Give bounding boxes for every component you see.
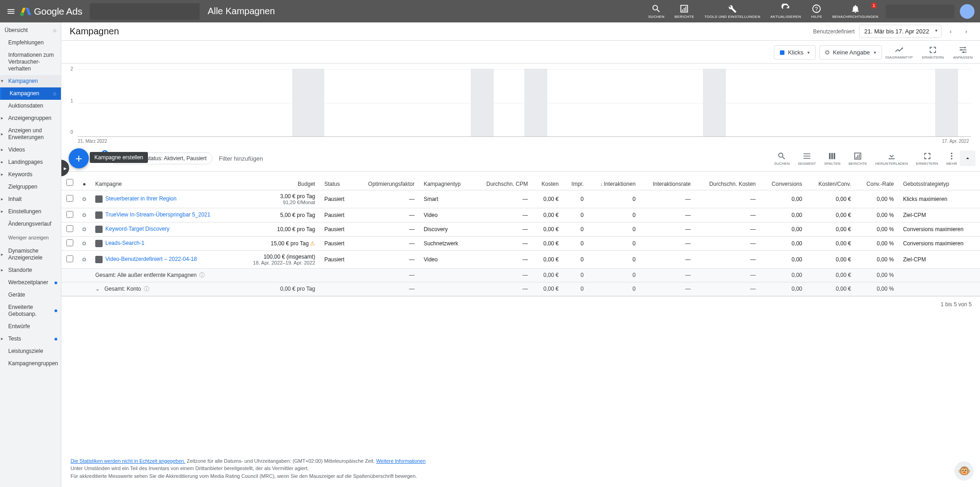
col-cpm[interactable]: Durchschn. CPM [473, 172, 533, 190]
col-inter[interactable]: ↓Interaktionen [588, 172, 640, 190]
table-row[interactable]: Leads-Search-1 15,00 € pro Tag⚠ Pausiert… [61, 236, 980, 250]
info-icon[interactable]: ⓘ [144, 286, 149, 292]
sidebar-item-ads-ext[interactable]: ▸Anzeigen und Erweiterungen [0, 124, 61, 144]
table-reports-button[interactable]: BERICHTE [849, 152, 867, 166]
sidebar-item-devices[interactable]: Geräte [0, 289, 61, 301]
sidebar-item-videos[interactable]: ▸Videos [0, 144, 61, 156]
col-type[interactable]: Kampagnentyp [419, 172, 473, 190]
sidebar-item-settings[interactable]: ▸Einstellungen [0, 206, 61, 218]
tools-button[interactable]: TOOLS UND EINSTELLUNGEN [704, 4, 760, 19]
cell-budget[interactable]: 15,00 € pro Tag⚠ [236, 236, 320, 250]
cell-cost-conv: 0,00 € [807, 250, 856, 268]
sidebar-item-dynamic[interactable]: ▸Dynamische Anzeigenziele [0, 245, 61, 264]
row-checkbox[interactable] [66, 211, 73, 218]
expand-total-icon[interactable]: ⌄ [95, 286, 100, 292]
campaign-link[interactable]: Keyword-Target Discovery [105, 226, 169, 232]
sidebar-item-recommendations[interactable]: Empfehlungen [0, 37, 61, 49]
campaign-link[interactable]: Leads-Search-1 [105, 240, 144, 246]
cell-budget[interactable]: 3,00 € pro Tag91,20 €/Monat [236, 190, 320, 208]
sidebar-item-keywords[interactable]: ▸Keywords [0, 168, 61, 181]
table-row[interactable]: Video-Benutzerdefiniert – 2022-04-18 100… [61, 250, 980, 268]
sidebar-item-drafts[interactable]: Entwürfe [0, 320, 61, 333]
help-button[interactable]: ? HILFE [811, 4, 822, 19]
more-button[interactable]: MEHR [946, 152, 957, 166]
sidebar-item-landing[interactable]: ▸Landingpages [0, 156, 61, 168]
create-campaign-fab[interactable]: + [69, 148, 89, 168]
footer-stats-link[interactable]: Die Statistiken werden nicht in Echtzeit… [71, 458, 185, 464]
sidebar-item-changes[interactable]: Änderungsverlauf [0, 218, 61, 230]
cell-conv-rate: 0,00 % [855, 208, 898, 222]
footer-more-link[interactable]: Weitere Informationen [376, 458, 425, 464]
account-selector[interactable] [90, 3, 200, 20]
metric-2-selector[interactable]: Keine Angabe▾ [819, 45, 882, 60]
campaign-link[interactable]: TrueView In-Stream-Überspringbar 5_2021 [105, 211, 210, 218]
reports-button[interactable]: BERICHTE [675, 4, 694, 19]
info-icon[interactable]: ⓘ [199, 272, 205, 278]
sidebar-item-bid-adj[interactable]: Erweiterte Gebotsanp. [0, 301, 61, 320]
sidebar-item-camp-groups[interactable]: Kampagnengruppen [0, 357, 61, 370]
row-checkbox[interactable] [66, 225, 73, 232]
table-expand-button[interactable]: ERWEITERN [916, 152, 938, 166]
collapse-chart-button[interactable] [960, 151, 975, 166]
adjust-button[interactable]: ANPASSEN [953, 45, 973, 60]
cell-budget[interactable]: 10,00 € pro Tag [236, 222, 320, 236]
campaign-link[interactable]: Video-Benutzerdefiniert – 2022-04-18 [105, 256, 197, 262]
account-info-box[interactable] [886, 5, 954, 18]
sidebar-item-perf-targets[interactable]: Leistungsziele [0, 345, 61, 357]
chart-type-button[interactable]: DIAGRAMMTYP [886, 45, 913, 60]
columns-button[interactable]: SPALTEN [824, 152, 840, 166]
date-range-picker[interactable]: 21. Mär bis 17. Apr 2022 [859, 25, 942, 38]
table-row[interactable]: Steuerberater in Ihrer Region 3,00 € pro… [61, 190, 980, 208]
refresh-button[interactable]: AKTUALISIEREN [770, 4, 801, 19]
select-all-checkbox[interactable] [66, 179, 73, 186]
metric-1-selector[interactable]: Klicks▾ [774, 45, 816, 60]
expand-button[interactable]: ERWEITERN [922, 45, 944, 60]
col-bid-strat[interactable]: Gebotsstrategietyp [898, 172, 980, 190]
avatar[interactable] [960, 4, 975, 19]
sidebar-item-auction[interactable]: Auktionsdaten [0, 100, 61, 112]
logo[interactable]: Google Ads [20, 6, 82, 17]
sidebar-item-locations[interactable]: ▸Standorte [0, 264, 61, 276]
col-cost-avg[interactable]: Durchschn. Kosten [695, 172, 760, 190]
table-search-button[interactable]: SUCHEN [774, 152, 789, 166]
sidebar-item-audiences[interactable]: Zielgruppen [0, 181, 61, 193]
col-conv[interactable]: Conversions [760, 172, 807, 190]
col-status[interactable]: Status [320, 172, 354, 190]
add-filter-input[interactable]: Filter hinzufügen [219, 155, 263, 162]
date-prev-button[interactable]: ‹ [944, 25, 957, 38]
sidebar-item-campaigns-sub[interactable]: Kampagnen⌂ [0, 87, 61, 100]
col-cost[interactable]: Kosten [533, 172, 563, 190]
col-cost-conv[interactable]: Kosten/Conv. [807, 172, 856, 190]
row-checkbox[interactable] [66, 239, 73, 246]
row-checkbox[interactable] [66, 255, 73, 262]
col-opt[interactable]: Optimierungsfaktor [354, 172, 419, 190]
cell-budget[interactable]: 5,00 € pro Tag [236, 208, 320, 222]
chevron-right-icon: ▸ [1, 267, 3, 273]
notifications-button[interactable]: 1 BENACHRICHTIGUNGEN [832, 4, 878, 19]
sidebar-item-adgroups[interactable]: ▸Anzeigengruppen [0, 112, 61, 124]
date-next-button[interactable]: › [960, 25, 973, 38]
segment-button[interactable]: SEGMENT [798, 152, 816, 166]
sidebar-show-less[interactable]: Weniger anzeigen [0, 230, 61, 245]
sidebar-item-campaigns[interactable]: ▾Kampagnen [0, 75, 61, 87]
col-impr[interactable]: Impr. [563, 172, 588, 190]
status-dot-header[interactable]: ● [78, 172, 91, 190]
download-button[interactable]: HERUNTERLADEN [875, 152, 908, 166]
sidebar-item-consumer-info[interactable]: Informationen zum Verbraucher-verhalten [0, 49, 61, 75]
row-checkbox[interactable] [66, 195, 73, 202]
sidebar-item-adschedule[interactable]: Werbezeitplaner [0, 276, 61, 289]
col-budget[interactable]: Budget [236, 172, 320, 190]
col-conv-rate[interactable]: Conv.-Rate [855, 172, 898, 190]
campaign-link[interactable]: Steuerberater in Ihrer Region [105, 195, 176, 202]
col-inter-rate[interactable]: Interaktionsrate [640, 172, 695, 190]
chart-plot[interactable] [78, 69, 971, 137]
cell-budget[interactable]: 100,00 € (insgesamt)18. Apr. 2022–19. Ap… [236, 250, 320, 268]
sidebar-item-tests[interactable]: ▸Tests [0, 333, 61, 345]
col-campaign[interactable]: Kampagne [91, 172, 236, 190]
sidebar-item-overview[interactable]: Übersicht⌂ [0, 24, 61, 37]
menu-icon[interactable] [5, 6, 16, 17]
table-row[interactable]: Keyword-Target Discovery 10,00 € pro Tag… [61, 222, 980, 236]
table-row[interactable]: TrueView In-Stream-Überspringbar 5_2021 … [61, 208, 980, 222]
search-button[interactable]: SUCHEN [648, 4, 664, 19]
sidebar-item-content[interactable]: ▸Inhalt [0, 193, 61, 206]
